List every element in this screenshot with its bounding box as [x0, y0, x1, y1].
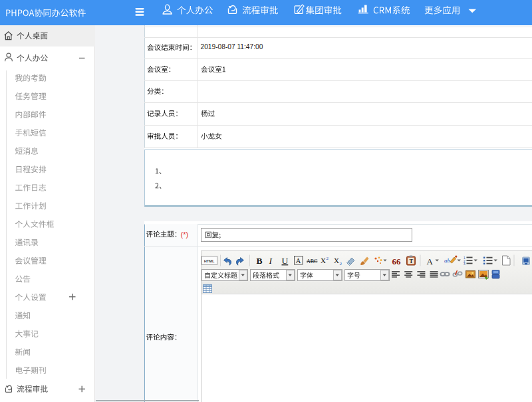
- svg-text:A: A: [296, 257, 301, 264]
- svg-text:I: I: [269, 256, 273, 266]
- svg-text:ABC: ABC: [307, 258, 317, 264]
- svg-text:ab: ab: [444, 257, 451, 264]
- svg-text:B: B: [257, 256, 263, 266]
- svg-text:2: 2: [327, 256, 329, 261]
- svg-text:U: U: [282, 256, 289, 266]
- svg-text:66: 66: [392, 256, 402, 266]
- svg-text:HTML: HTML: [204, 259, 215, 263]
- svg-text:3: 3: [464, 262, 466, 266]
- svg-text:A: A: [427, 256, 434, 266]
- svg-text:X: X: [321, 256, 326, 264]
- svg-text:2019-08-07 11:47:00: 2019-08-07 11:47:00: [201, 43, 263, 50]
- svg-text:T: T: [410, 258, 414, 264]
- svg-text:2: 2: [340, 261, 342, 266]
- svg-text:(*): (*): [181, 231, 189, 239]
- svg-text:X: X: [334, 256, 339, 264]
